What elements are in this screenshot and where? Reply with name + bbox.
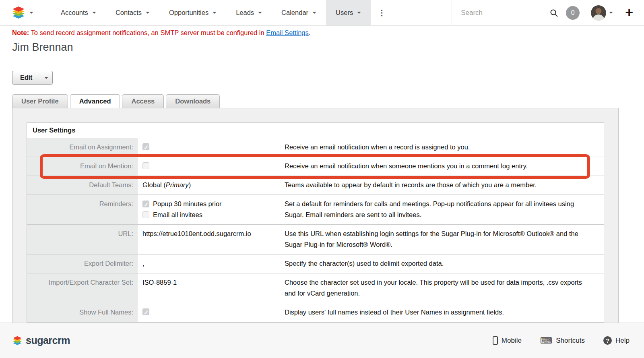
row-value: https://etrue1010ent.odd.sugarcrm.io [138,225,280,254]
chevron-down-icon [146,12,150,14]
section-title: User Settings [27,123,604,138]
kebab-menu-icon[interactable]: ⋮ [371,8,393,17]
edit-button[interactable]: Edit [12,71,53,85]
advanced-tab-panel: User Settings Email on Assignment:Receiv… [12,108,619,334]
tab-user-profile[interactable]: User Profile [12,94,68,108]
chevron-down-icon [609,12,613,14]
chevron-down-icon [312,12,316,14]
edit-button-label[interactable]: Edit [12,71,40,84]
footer-link-shortcuts[interactable]: ⌨Shortcuts [540,336,585,345]
row-label: Email on Mention: [27,157,138,176]
mobile-icon [493,336,498,345]
tab-advanced[interactable]: Advanced [70,94,120,108]
checkbox-option-email-all-invitees: Email all invitees [142,209,275,220]
row-description: Specify the character(s) used to delimit… [280,255,604,273]
checkbox-checked[interactable] [142,308,149,315]
footer-links: Mobile⌨Shortcuts?Help [493,336,630,345]
settings-row-reminders: Reminders:Popup 30 minutes priorEmail al… [27,195,604,225]
nav-item-label: Leads [236,9,254,17]
settings-row-show-full-names: Show Full Names:Display users' full name… [27,303,604,322]
user-menu[interactable] [591,5,613,21]
nav-item-label: Calendar [281,9,308,17]
nav-item-opportunities[interactable]: Opportunities [159,0,226,25]
keyboard-icon: ⌨ [540,336,552,345]
settings-rows: Email on Assignment:Receive an email not… [27,138,604,322]
sugarcrm-cube-menu[interactable] [0,6,37,19]
note-suffix: . [309,29,311,36]
notification-badge[interactable]: 0 [566,6,580,20]
chevron-down-icon [213,12,217,14]
nav-item-label: Contacts [116,9,142,17]
search-box [452,0,555,25]
chevron-down-icon [357,12,361,14]
row-description: Display users' full names instead of the… [280,303,604,322]
row-label: Show Full Names: [27,303,138,322]
checkbox-checked[interactable] [142,201,149,207]
edit-dropdown-toggle[interactable] [40,71,52,84]
nav-item-contacts[interactable]: Contacts [106,0,159,25]
row-value: Popup 30 minutes priorEmail all invitees [138,195,280,224]
row-value: Global (Primary) [138,176,280,195]
email-settings-link[interactable]: Email Settings [266,29,308,36]
footer-brand[interactable]: sugarcrm [12,335,70,346]
checkbox-option-label: Popup 30 minutes prior [153,199,222,209]
settings-row-email-on-mention: Email on Mention:Receive an email notifi… [27,157,604,176]
value-italic: Primary [166,181,189,188]
checkbox-unchecked[interactable] [142,162,149,169]
nav-item-label: Accounts [61,9,88,17]
nav-item-accounts[interactable]: Accounts [51,0,106,25]
nav-item-calendar[interactable]: Calendar [272,0,326,25]
sugarcrm-logo-icon [11,6,26,19]
row-label: URL: [27,225,138,254]
row-label: Reminders: [27,195,138,224]
row-description: Teams available to appear by default in … [280,176,604,195]
settings-row-default-teams: Default Teams:Global (Primary)Teams avai… [27,176,604,195]
chevron-down-icon [258,12,262,14]
nav-items: AccountsContactsOpportunitiesLeadsCalend… [51,0,371,25]
note-body: To send record assignment notifications,… [29,29,266,36]
top-navigation: AccountsContactsOpportunitiesLeadsCalend… [0,0,644,26]
quick-create-plus-icon[interactable]: + [625,5,633,19]
row-description: Use this URL when establishing login set… [280,225,604,254]
nav-item-users[interactable]: Users [326,0,371,25]
row-label: Default Teams: [27,176,138,195]
search-input[interactable] [461,9,550,17]
footer-link-label: Help [615,337,630,345]
search-icon[interactable] [550,9,558,17]
checkbox-checked[interactable] [142,143,149,150]
tab-access[interactable]: Access [122,94,164,108]
nav-item-label: Users [336,9,353,17]
nav-item-label: Opportunities [169,9,208,17]
row-description: Choose the character set used in your lo… [280,273,604,303]
nav-item-leads[interactable]: Leads [226,0,272,25]
user-settings-table: User Settings Email on Assignment:Receiv… [27,122,604,323]
checkbox-unchecked[interactable] [142,211,149,218]
footer-link-help[interactable]: ?Help [603,336,630,345]
row-description: Receive an email notification when someo… [280,157,604,176]
footer-link-mobile[interactable]: Mobile [493,336,522,345]
row-value: , [138,255,280,273]
profile-tabs: User ProfileAdvancedAccessDownloads [12,94,644,108]
settings-row-import-export-character-set: Import/Export Character Set:ISO-8859-1Ch… [27,273,604,303]
tab-downloads[interactable]: Downloads [166,94,220,108]
settings-row-email-on-assignment: Email on Assignment:Receive an email not… [27,138,604,157]
sugarcrm-logo-icon [12,336,23,346]
help-icon: ? [603,336,612,345]
smtp-note: Note: To send record assignment notifica… [12,29,644,37]
footer: sugarcrm Mobile⌨Shortcuts?Help [0,323,644,358]
footer-brand-label: sugarcrm [26,335,70,346]
row-description: Receive an email notification when a rec… [280,138,604,157]
settings-row-url: URL:https://etrue1010ent.odd.sugarcrm.io… [27,225,604,255]
checkbox-option-popup-30-minutes-prior: Popup 30 minutes prior [142,199,275,209]
page-title: Jim Brennan [12,41,644,54]
row-value: ISO-8859-1 [138,273,280,303]
footer-link-label: Mobile [502,337,522,345]
avatar [591,5,606,21]
settings-row-export-delimiter: Export Delimiter:,Specify the character(… [27,255,604,273]
row-value [138,303,280,322]
chevron-down-icon [44,77,48,79]
row-value [138,157,280,176]
row-label: Import/Export Character Set: [27,273,138,303]
chevron-down-icon [92,12,96,14]
footer-link-label: Shortcuts [556,337,585,345]
